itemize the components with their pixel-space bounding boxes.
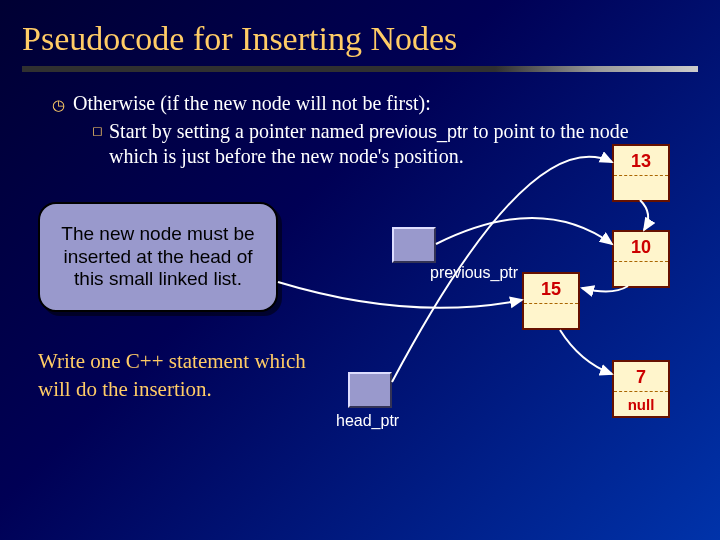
square-bullet-icon: ◻ <box>92 119 103 139</box>
node-15: 15 <box>522 272 580 330</box>
bullet2-pre: Start by setting a pointer named <box>109 120 369 142</box>
node-7-data: 7 <box>614 362 668 392</box>
bullet-primary-text: Otherwise (if the new node will not be f… <box>73 92 431 115</box>
node-null: null <box>614 392 668 418</box>
bullet-secondary: ◻ Start by setting a pointer named previ… <box>92 119 698 169</box>
bullet2-code: previous_ptr <box>369 122 468 142</box>
node-13-data: 13 <box>614 146 668 176</box>
head-ptr-box <box>348 372 392 408</box>
bullet-secondary-text: Start by setting a pointer named previou… <box>109 119 669 169</box>
previous-ptr-box <box>392 227 436 263</box>
node-13-next <box>614 176 668 202</box>
instruction-text: Write one C++ statement which will do th… <box>38 347 308 404</box>
node-10-next <box>614 262 668 288</box>
slide-title: Pseudocode for Inserting Nodes <box>0 0 720 66</box>
node-10: 10 <box>612 230 670 288</box>
head-ptr-label: head_ptr <box>336 412 399 430</box>
callout-text: The new node must be inserted at the hea… <box>48 223 268 291</box>
bullet-primary: ◷ Otherwise (if the new node will not be… <box>52 92 698 115</box>
node-7: 7 null <box>612 360 670 418</box>
callout-box: The new node must be inserted at the hea… <box>38 202 278 312</box>
node-13: 13 <box>612 144 670 202</box>
slide-content: ◷ Otherwise (if the new node will not be… <box>0 72 720 522</box>
clock-bullet-icon: ◷ <box>52 92 65 114</box>
previous-ptr-label: previous_ptr <box>430 264 518 282</box>
node-15-data: 15 <box>524 274 578 304</box>
node-10-data: 10 <box>614 232 668 262</box>
node-15-next <box>524 304 578 330</box>
